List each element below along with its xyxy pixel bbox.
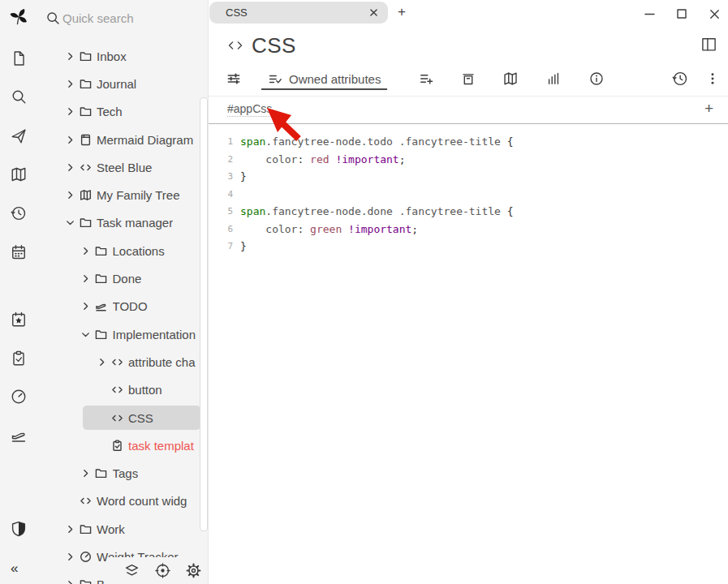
tree-item-attribute-cha[interactable]: attribute cha <box>37 348 208 376</box>
new-note-icon[interactable] <box>9 49 28 68</box>
chevron-right-icon[interactable] <box>63 522 76 535</box>
tree-footer-buttons <box>108 557 208 584</box>
more-menu-button[interactable] <box>698 66 727 92</box>
tree-item-tech[interactable]: Tech <box>37 98 208 126</box>
revisions-button[interactable] <box>666 66 695 92</box>
chevron-right-icon[interactable] <box>63 105 76 118</box>
tree-item-label: attribute cha <box>128 355 196 369</box>
note-title[interactable]: CSS <box>252 33 296 58</box>
tree-item-label: Steel Blue <box>97 161 152 174</box>
note-map-icon[interactable] <box>9 165 28 184</box>
code-icon <box>79 495 92 508</box>
tree-item-journal[interactable]: Journal <box>37 70 208 97</box>
protected-session-icon[interactable] <box>9 519 28 539</box>
ribbon-tab-owned-attributes[interactable]: Owned attributes <box>261 62 387 96</box>
tree-item-work[interactable]: Work <box>37 515 208 543</box>
tree-item-word-count-widg[interactable]: Word count widg <box>37 487 208 515</box>
code-line[interactable]: 1span.fancytree-node.todo .fancytree-tit… <box>208 133 728 151</box>
code-line[interactable]: 2 color: red !important; <box>208 151 728 169</box>
tree-item-label: Task manager <box>97 216 173 230</box>
chevron-down-icon[interactable] <box>80 328 93 341</box>
tree-item-task-manager[interactable]: Task manager <box>37 209 208 237</box>
tree-item-steel-blue[interactable]: Steel Blue <box>37 153 208 181</box>
code-line[interactable]: 5span.fancytree-node.done .fancytree-tit… <box>208 203 728 221</box>
tree-item-my-family-tree[interactable]: My Family Tree <box>37 181 208 208</box>
task-manager-icon[interactable] <box>9 349 28 368</box>
calendar-icon[interactable] <box>9 243 28 262</box>
note-tree: InboxJournalTechMermaid DiagramSteel Blu… <box>37 42 208 584</box>
recent-changes-icon[interactable] <box>9 204 28 223</box>
layers-icon[interactable] <box>123 562 140 580</box>
tab-css[interactable]: CSS <box>209 2 388 24</box>
ribbon-tab-note-paths[interactable] <box>454 66 483 92</box>
travel-icon[interactable] <box>9 426 28 445</box>
code-text: color: red !important; <box>240 151 406 169</box>
code-line[interactable]: 7} <box>208 238 728 256</box>
create-split-icon[interactable] <box>700 36 720 55</box>
tree-item-label: Locations <box>113 244 165 258</box>
tree-item-label: Word count widg <box>97 494 187 508</box>
events-icon[interactable] <box>9 310 28 329</box>
quick-search-input[interactable] <box>38 6 209 29</box>
code-editor[interactable]: 1span.fancytree-node.todo .fancytree-tit… <box>208 133 728 584</box>
ribbon-tab-similar-notes[interactable] <box>539 66 568 92</box>
folder-icon <box>79 578 92 584</box>
tree-item-css[interactable]: CSS <box>37 404 208 432</box>
launcher-bar <box>0 0 37 584</box>
tree-item-locations[interactable]: Locations <box>37 237 208 264</box>
code-line[interactable]: 3} <box>208 168 728 186</box>
tree-item-implementation[interactable]: Implementation <box>37 320 208 348</box>
folder-icon <box>79 77 92 90</box>
chevron-right-icon[interactable] <box>95 355 108 368</box>
search-icon[interactable] <box>9 87 28 106</box>
chevron-right-icon[interactable] <box>63 49 76 62</box>
tree-item-label: Inbox <box>97 49 127 63</box>
add-attribute-button[interactable]: + <box>704 100 713 118</box>
chevron-down-icon[interactable] <box>63 217 76 230</box>
tree-item-mermaid-diagram[interactable]: Mermaid Diagram <box>37 126 208 153</box>
ribbon-tab-basic-properties[interactable] <box>219 66 248 92</box>
code-icon <box>79 161 92 174</box>
chevron-right-icon[interactable] <box>80 244 93 257</box>
tree-item-inbox[interactable]: Inbox <box>37 42 208 70</box>
note-tree-panel: InboxJournalTechMermaid DiagramSteel Blu… <box>37 0 209 584</box>
collapse-tree-button[interactable]: « <box>11 560 18 577</box>
code-text: } <box>240 238 247 256</box>
tab-close-icon[interactable] <box>365 5 381 21</box>
ribbon-tab-inherited-attributes[interactable] <box>411 66 441 92</box>
chevron-right-icon[interactable] <box>63 550 76 563</box>
settings-icon[interactable] <box>184 562 202 580</box>
folder-icon <box>79 49 92 62</box>
chevron-right-icon[interactable] <box>80 300 93 313</box>
target-icon[interactable] <box>153 562 171 580</box>
tree-item-todo[interactable]: TODO <box>37 293 208 320</box>
code-icon <box>110 355 123 368</box>
code-icon <box>110 411 123 424</box>
chevron-right-icon[interactable] <box>80 273 93 286</box>
code-line[interactable]: 6 color: green !important; <box>208 221 728 238</box>
minimize-button[interactable] <box>638 4 661 24</box>
tree-item-label: Journal <box>97 77 136 91</box>
code-line[interactable]: 4 <box>208 186 728 204</box>
line-number: 4 <box>208 186 240 204</box>
chevron-right-icon[interactable] <box>63 578 76 584</box>
tree-item-task-templat[interactable]: task templat <box>37 432 208 459</box>
close-button[interactable] <box>703 4 726 24</box>
chevron-right-icon[interactable] <box>63 133 76 146</box>
ribbon-tab-note-map[interactable] <box>496 66 525 92</box>
tree-item-done[interactable]: Done <box>37 264 208 292</box>
dashboard-icon[interactable] <box>9 387 28 406</box>
tree-item-tags[interactable]: Tags <box>37 459 208 487</box>
maximize-button[interactable] <box>670 4 693 24</box>
chevron-right-icon[interactable] <box>63 189 76 202</box>
chevron-right-icon[interactable] <box>63 161 76 174</box>
chevron-right-icon[interactable] <box>63 77 76 90</box>
line-number: 7 <box>208 238 240 256</box>
tree-scrollbar-thumb[interactable] <box>200 97 208 531</box>
new-tab-button[interactable]: + <box>393 3 411 21</box>
ribbon-tab-note-info[interactable] <box>582 66 611 92</box>
chevron-right-icon[interactable] <box>80 467 93 480</box>
jump-to-note-icon[interactable] <box>9 127 28 146</box>
tree-item-button[interactable]: button <box>37 376 208 404</box>
attribute-appcss[interactable]: #appCss <box>227 102 272 117</box>
